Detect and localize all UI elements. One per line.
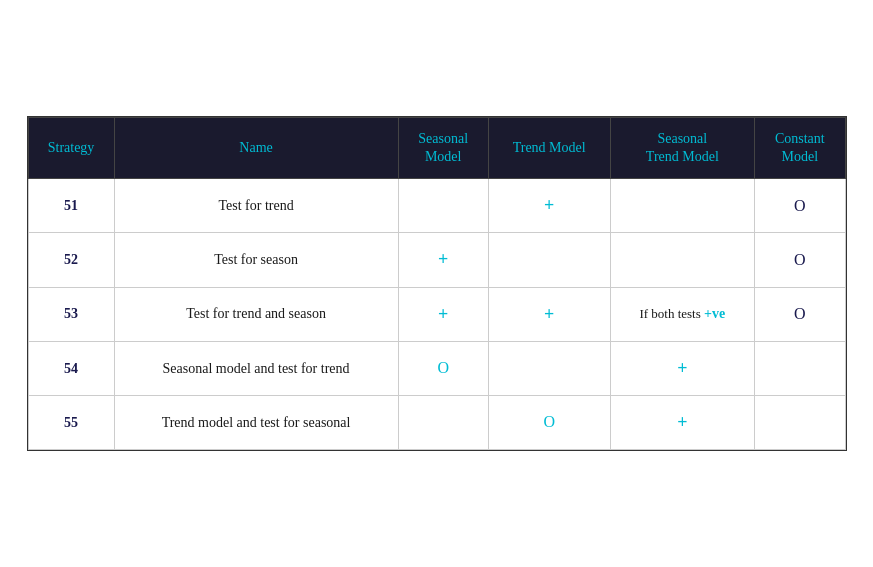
plus-icon-seasonal-52: + [438,249,448,269]
cell-trend-52 [488,233,610,287]
cell-trend-51: + [488,179,610,233]
col-header-strategy: Strategy [28,117,114,178]
o-trend-55: O [543,413,555,430]
plus-icon-seasonal-trend-55: + [677,412,687,432]
cell-trend-53: + [488,287,610,341]
cell-trend-55: O [488,395,610,449]
cell-strategy-53: 53 [28,287,114,341]
cell-strategy-54: 54 [28,341,114,395]
strategy-table: Strategy Name SeasonalModel Trend Model … [28,117,846,450]
cell-name-52: Test for season [114,233,398,287]
table-row: 54 Seasonal model and test for trend O + [28,341,845,395]
cell-seasonal-55 [398,395,488,449]
col-header-seasonal-trend-model: SeasonalTrend Model [610,117,755,178]
plus-icon-trend-51: + [544,195,554,215]
cell-name-51: Test for trend [114,179,398,233]
cell-name-54: Seasonal model and test for trend [114,341,398,395]
cell-trend-54 [488,341,610,395]
col-header-name: Name [114,117,398,178]
cell-seasonal-trend-52 [610,233,755,287]
cell-name-53: Test for trend and season [114,287,398,341]
col-header-trend-model: Trend Model [488,117,610,178]
table-row: 52 Test for season + O [28,233,845,287]
cell-constant-52: O [755,233,845,287]
cell-seasonal-52: + [398,233,488,287]
plus-icon-seasonal-53: + [438,304,448,324]
o-seasonal-54: O [437,359,449,376]
table-row: 53 Test for trend and season + + If both… [28,287,845,341]
plus-icon-seasonal-trend-54: + [677,358,687,378]
if-both-text-53: If both tests +ve [639,306,725,321]
header-row: Strategy Name SeasonalModel Trend Model … [28,117,845,178]
main-table-container: Strategy Name SeasonalModel Trend Model … [27,116,847,451]
cell-seasonal-trend-54: + [610,341,755,395]
cell-seasonal-trend-55: + [610,395,755,449]
cell-name-55: Trend model and test for seasonal [114,395,398,449]
cell-strategy-52: 52 [28,233,114,287]
o-constant-52: O [794,251,806,268]
cell-constant-51: O [755,179,845,233]
cell-constant-54 [755,341,845,395]
col-header-seasonal-model: SeasonalModel [398,117,488,178]
plus-icon-trend-53: + [544,304,554,324]
cell-strategy-55: 55 [28,395,114,449]
cell-constant-53: O [755,287,845,341]
cell-seasonal-51 [398,179,488,233]
table-row: 55 Trend model and test for seasonal O + [28,395,845,449]
o-constant-53: O [794,305,806,322]
cell-seasonal-trend-51 [610,179,755,233]
cell-seasonal-54: O [398,341,488,395]
cell-constant-55 [755,395,845,449]
col-header-constant-model: ConstantModel [755,117,845,178]
cell-seasonal-trend-53: If both tests +ve [610,287,755,341]
cell-strategy-51: 51 [28,179,114,233]
table-row: 51 Test for trend + O [28,179,845,233]
o-constant-51: O [794,197,806,214]
cell-seasonal-53: + [398,287,488,341]
